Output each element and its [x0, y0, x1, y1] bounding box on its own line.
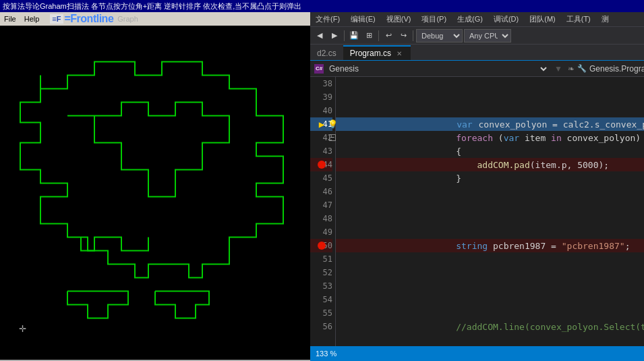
undo-button[interactable]: ↩: [382, 29, 395, 43]
code-line-48: [336, 212, 644, 225]
arrow-right-icon: ❧: [568, 64, 575, 74]
margin-50-bp[interactable]: [316, 239, 328, 252]
ide-menu-edit[interactable]: 编辑(E): [345, 13, 381, 26]
title-text: 按算法导论Graham扫描法 各节点按方位角+距离 逆时针排序 依次检查,当不属…: [3, 1, 301, 11]
ide-menu-more[interactable]: 测: [596, 13, 614, 26]
ide-menu-tools[interactable]: 工具(T): [561, 13, 596, 26]
ide-menu-view[interactable]: 视图(V): [381, 13, 417, 26]
tab-programcs[interactable]: Program.cs ✕: [343, 45, 411, 60]
code-area: 38 39 40 41 42 43 44 45 46 47 48 49 50 5…: [310, 77, 644, 346]
solution-bar: C# Genesis ▼ ❧ 🔧 Genesis.Program ▼: [310, 61, 644, 77]
zoom-value: 133 %: [316, 350, 336, 358]
code-line-38: [336, 77, 644, 90]
top-bar: 按算法导论Graham扫描法 各节点按方位角+距离 逆时针排序 依次检查,当不属…: [0, 0, 644, 12]
code-line-45: }: [336, 171, 644, 185]
namespace-dropdown[interactable]: Genesis: [326, 63, 549, 74]
margin-46: [316, 185, 328, 198]
ide-menu-team[interactable]: 团队(M): [524, 13, 561, 26]
title-bar: 按算法导论Graham扫描法 各节点按方位角+距离 逆时针排序 依次检查,当不属…: [0, 0, 644, 12]
foreach-keyword: foreach: [456, 133, 493, 143]
frontline-f-icon: ≡F: [50, 14, 63, 24]
string-literal-50: "pcbren1987": [562, 241, 625, 251]
breakpoint-dot-50[interactable]: [318, 242, 326, 250]
margin-48: [316, 212, 328, 225]
line-num-54: 54: [310, 293, 332, 306]
code-content[interactable]: var convex_polyon = calc2.s_convex_polyo…: [336, 77, 644, 346]
code-42-polyon: convex_polyon): [562, 133, 641, 143]
save-all-button[interactable]: ⊞: [362, 29, 376, 43]
line-num-53: 53: [310, 279, 332, 293]
addcom-call: addCOM.pad: [477, 160, 530, 170]
save-button[interactable]: 💾: [347, 29, 361, 43]
graph-label: Graph: [117, 15, 138, 23]
margin-38: [316, 77, 328, 90]
margin-40: [316, 104, 328, 117]
margin-43: [316, 144, 328, 158]
cad-menu-help[interactable]: Help: [20, 14, 44, 24]
redo-button[interactable]: ↪: [397, 29, 410, 43]
code-line-54: [336, 293, 644, 306]
tab-d2cs-label: d2.cs: [317, 49, 336, 58]
ide-menu-project[interactable]: 项目(P): [416, 13, 452, 26]
cad-menubar: File Help ≡F =Frontline Graph: [0, 12, 310, 26]
ide-panel: 文件(F) 编辑(E) 视图(V) 项目(P) 生成(G) 调试(D) 团队(M…: [310, 12, 644, 361]
line-num-55: 55: [310, 306, 332, 320]
toolbar-sep-2: [378, 30, 379, 41]
code-50-var: pcbren1987 =: [488, 241, 562, 251]
cad-menu-file[interactable]: File: [0, 14, 20, 24]
close-brace: }: [456, 173, 461, 184]
code-line-53: [336, 279, 644, 293]
execution-arrow-icon: ▶: [319, 119, 324, 130]
method-label: Genesis.Program: [589, 64, 644, 74]
code-line-50: string pcbren1987 = "pcbren1987";: [336, 239, 644, 252]
ide-menu-build[interactable]: 生成(G): [452, 13, 488, 26]
line-num-56: 56: [310, 320, 332, 333]
toolbar-sep-1: [344, 30, 345, 41]
code-line-39: [336, 90, 644, 104]
ide-toolbar: ◀ ▶ 💾 ⊞ ↩ ↪ Debug Release Any CPU x86 x6…: [310, 27, 644, 45]
breakpoint-dot-44[interactable]: [318, 161, 326, 169]
tab-d2cs[interactable]: d2.cs: [310, 45, 343, 60]
margin-49: [316, 225, 328, 239]
margin-44-bp[interactable]: [316, 158, 328, 171]
margin-45: [316, 171, 328, 185]
margin-47: [316, 198, 328, 212]
ide-statusbar: 133 %: [310, 346, 644, 361]
frontline-logo: ≡F =Frontline: [50, 13, 113, 25]
margin-41-arrow: ▶: [316, 117, 328, 131]
ide-menu-file[interactable]: 文件(F): [310, 13, 345, 26]
debug-dropdown[interactable]: Debug Release: [416, 29, 463, 43]
cad-drawing: [0, 26, 310, 361]
code-44-args: (item.p, 5000);: [530, 160, 609, 170]
code-line-52: [336, 266, 644, 279]
frontline-logo-text: =Frontline: [65, 13, 114, 25]
cad-panel: File Help ≡F =Frontline Graph: [0, 12, 310, 361]
collapse-icon-42[interactable]: −: [328, 131, 337, 144]
line-num-52: 52: [310, 266, 332, 279]
code-line-56: //addCOM.line(convex_polyon.Select(tt =>: [336, 320, 644, 333]
lightbulb-icon: 💡: [328, 117, 337, 131]
code-42-item: item: [519, 133, 551, 143]
cs-icon: C#: [314, 64, 324, 74]
cad-canvas: ✛ ▤ Select first corner: [0, 26, 310, 361]
margin-39: [316, 90, 328, 104]
forward-button[interactable]: ▶: [328, 29, 341, 43]
ide-menu-debug[interactable]: 调试(D): [488, 13, 524, 26]
code-42-paren1: (: [493, 133, 504, 143]
gutter: 38 39 40 41 42 43 44 45 46 47 48 49 50 5…: [310, 77, 336, 346]
back-button[interactable]: ◀: [313, 29, 326, 43]
tab-bar: d2.cs Program.cs ✕: [310, 45, 644, 61]
toolbar-sep-3: [413, 30, 413, 41]
line-num-51: 51: [310, 252, 332, 266]
in-keyword: in: [551, 133, 562, 143]
code-line-47: [336, 198, 644, 212]
tab-programcs-close[interactable]: ✕: [394, 49, 404, 58]
comment-56: //addCOM.line(convex_polyon.Select(tt =>: [456, 322, 644, 332]
main-layout: File Help ≡F =Frontline Graph: [0, 12, 644, 361]
zoom-status: 133 %: [316, 350, 336, 358]
ide-menubar: 文件(F) 编辑(E) 视图(V) 项目(P) 生成(G) 调试(D) 团队(M…: [310, 12, 644, 27]
cpu-dropdown[interactable]: Any CPU x86 x64: [464, 29, 511, 43]
code-41-rest: convex_polyon = calc2.s_convex_polyo: [473, 119, 644, 130]
string-keyword-50: string: [456, 241, 488, 251]
margin-42: [316, 131, 328, 144]
